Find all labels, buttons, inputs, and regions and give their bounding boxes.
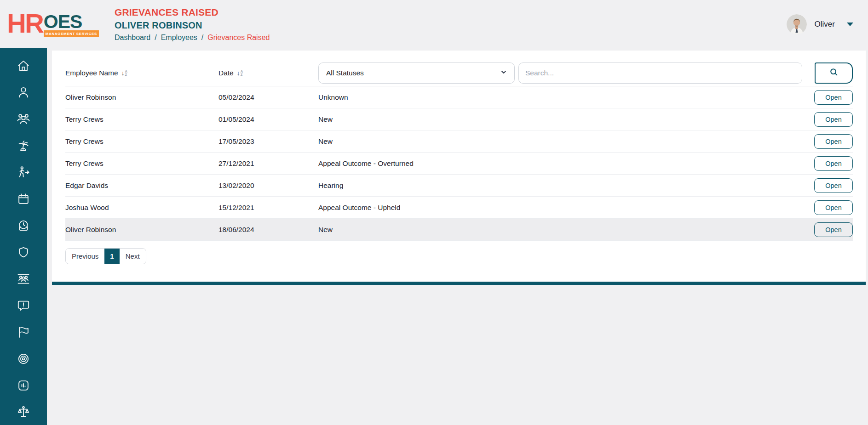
sidebar: [0, 48, 47, 425]
sidebar-item-leavers[interactable]: [16, 166, 31, 181]
team-icon: [16, 112, 31, 128]
breadcrumb-separator: /: [155, 34, 156, 42]
employee-name-cell: Edgar Davids: [65, 181, 218, 190]
sidebar-item-flags[interactable]: [16, 326, 31, 340]
sidebar-item-home[interactable]: [16, 59, 31, 74]
status-cell: New: [318, 137, 518, 146]
status-cell: Appeal Outcome - Upheld: [318, 204, 518, 212]
title-block: GRIEVANCES RAISED OLIVER ROBINSON Dashbo…: [115, 7, 270, 42]
employee-name-cell: Joshua Wood: [65, 204, 218, 212]
logo-oes-text: OES: [44, 13, 99, 30]
chevron-down-icon: [847, 23, 853, 26]
date-cell: 15/12/2021: [218, 204, 318, 212]
table-header-row: Employee Name ↓ AZ Date ↓ AZ All Statuse…: [65, 60, 853, 86]
sidebar-item-calendar[interactable]: [16, 193, 31, 207]
avatar: [787, 14, 807, 34]
logo-hr-text: HR: [7, 11, 43, 35]
column-header-employee-name[interactable]: Employee Name ↓ AZ: [65, 69, 218, 77]
table-row: Edgar Davids 13/02/2020 Hearing Open: [65, 175, 853, 197]
palm-tree-icon: [16, 138, 31, 155]
sidebar-item-employees[interactable]: [16, 113, 31, 127]
pagination-current-page[interactable]: 1: [104, 249, 119, 264]
column-label: Employee Name: [65, 69, 118, 77]
hroes-logo[interactable]: HR OES MANAGEMENT SERVICES: [7, 11, 99, 37]
table-body: Oliver Robinson 05/02/2024 Unknown Open …: [65, 86, 853, 241]
open-button[interactable]: Open: [814, 90, 853, 105]
status-cell: Unknown: [318, 93, 518, 102]
table-row: Oliver Robinson 18/06/2024 New Open: [65, 219, 853, 241]
pagination-previous-button[interactable]: Previous: [66, 249, 104, 264]
date-cell: 27/12/2021: [218, 159, 318, 168]
open-button[interactable]: Open: [814, 178, 853, 193]
sidebar-item-grievances[interactable]: [16, 299, 31, 314]
date-cell: 01/05/2024: [218, 115, 318, 124]
status-filter-select[interactable]: All Statuses: [318, 62, 515, 84]
flag-icon: [16, 325, 31, 341]
table-row: Terry Crews 17/05/2023 New Open: [65, 130, 853, 153]
table-row: Terry Crews 01/05/2024 New Open: [65, 108, 853, 130]
breadcrumb-employees[interactable]: Employees: [161, 34, 197, 42]
sidebar-item-objectives[interactable]: [16, 352, 31, 367]
table-row: Joshua Wood 15/12/2021 Appeal Outcome - …: [65, 197, 853, 219]
open-button[interactable]: Open: [814, 112, 853, 127]
shield-icon: [16, 245, 31, 261]
pagination: Previous 1 Next: [65, 248, 146, 264]
date-cell: 18/06/2024: [218, 226, 318, 234]
breadcrumb-dashboard[interactable]: Dashboard: [115, 34, 150, 42]
employee-name-cell: Oliver Robinson: [65, 93, 218, 102]
sort-az-icon: ↓ AZ: [237, 69, 243, 77]
sidebar-item-profile[interactable]: [16, 86, 31, 101]
user-name: Oliver: [815, 20, 835, 29]
status-filter-value: All Statuses: [326, 69, 364, 77]
sort-az-icon: ↓ AZ: [121, 69, 127, 77]
bar-chart-icon: [16, 378, 31, 395]
status-cell: New: [318, 115, 518, 124]
status-cell: Appeal Outcome - Overturned: [318, 159, 518, 168]
page-subtitle: OLIVER ROBINSON: [115, 20, 270, 31]
user-menu[interactable]: Oliver: [787, 14, 857, 34]
open-button[interactable]: Open: [814, 222, 853, 237]
user-icon: [16, 85, 31, 102]
status-cell: Hearing: [318, 181, 518, 190]
target-icon: [16, 351, 31, 368]
logo-badge: MANAGEMENT SERVICES: [44, 30, 99, 37]
employee-name-cell: Oliver Robinson: [65, 226, 218, 234]
open-button[interactable]: Open: [814, 200, 853, 215]
home-icon: [16, 58, 31, 75]
pagination-next-button[interactable]: Next: [120, 249, 146, 264]
meeting-people-icon: [16, 272, 31, 288]
column-label: Date: [218, 69, 234, 77]
grievances-card: Employee Name ↓ AZ Date ↓ AZ All Statuse…: [52, 51, 866, 285]
page-title: GRIEVANCES RAISED: [115, 7, 270, 18]
clock-icon: [16, 218, 31, 235]
date-cell: 17/05/2023: [218, 137, 318, 146]
column-header-date[interactable]: Date ↓ AZ: [218, 69, 318, 77]
date-cell: 05/02/2024: [218, 93, 318, 102]
breadcrumb-separator: /: [201, 34, 203, 42]
table-row: Terry Crews 27/12/2021 Appeal Outcome - …: [65, 153, 853, 175]
breadcrumb-current: Grievances Raised: [207, 34, 270, 42]
search-icon: [829, 68, 839, 78]
breadcrumb: Dashboard / Employees / Grievances Raise…: [115, 34, 270, 42]
sidebar-item-timesheets[interactable]: [16, 219, 31, 234]
chevron-down-icon: [500, 69, 507, 77]
alert-bubble-icon: [16, 298, 31, 315]
open-button[interactable]: Open: [814, 156, 853, 171]
search-button[interactable]: [815, 62, 853, 84]
employee-name-cell: Terry Crews: [65, 159, 218, 168]
search-input[interactable]: [518, 62, 802, 84]
leaver-walking-arrow-icon: [16, 165, 31, 181]
open-button[interactable]: Open: [814, 134, 853, 149]
sidebar-item-holidays[interactable]: [16, 139, 31, 154]
sidebar-item-reports[interactable]: [16, 379, 31, 394]
scales-icon: [16, 405, 31, 421]
sidebar-item-security[interactable]: [16, 246, 31, 261]
calendar-icon: [16, 192, 31, 208]
app-header: HR OES MANAGEMENT SERVICES GRIEVANCES RA…: [0, 0, 868, 48]
sidebar-item-meetings[interactable]: [16, 272, 31, 287]
sidebar-item-legal[interactable]: [16, 406, 31, 420]
employee-name-cell: Terry Crews: [65, 115, 218, 124]
employee-name-cell: Terry Crews: [65, 137, 218, 146]
date-cell: 13/02/2020: [218, 181, 318, 190]
table-row: Oliver Robinson 05/02/2024 Unknown Open: [65, 86, 853, 108]
